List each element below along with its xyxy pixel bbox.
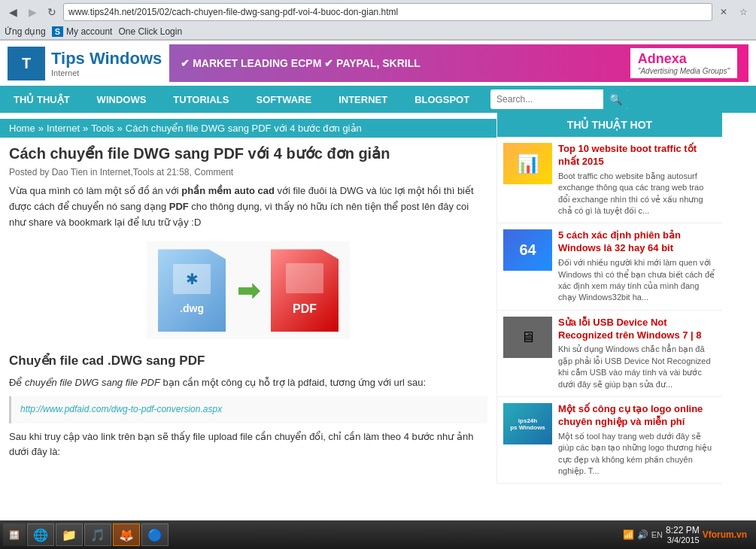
- breadcrumb-internet[interactable]: Internet: [47, 123, 80, 134]
- bookmark-myaccount[interactable]: S My account: [52, 26, 113, 37]
- body-p1-bold: phần mềm auto cad: [181, 185, 275, 196]
- nav-thu-thuat[interactable]: THỦ THUẬT: [0, 86, 83, 113]
- sidebar-info-2: Sửa lỗi USB Device Not Recognized trên W…: [558, 317, 716, 390]
- dwg-file-content: ✱: [173, 264, 211, 294]
- taskbar-tray: 📶 🔊 EN 8:22 PM 3/4/2015 Vforum.vn: [617, 525, 753, 544]
- breadcrumb-sep3: »: [117, 123, 123, 134]
- close-tab-button[interactable]: ✕: [715, 4, 732, 20]
- section-title: Chuyển file cad .DWG sang PDF: [9, 350, 487, 371]
- body-p2-start: Để: [9, 377, 25, 388]
- sidebar-info-1: 5 cách xác định phiên bản Windows là 32 …: [558, 229, 716, 303]
- sidebar-thumb-1: 64: [503, 229, 552, 271]
- logo-main-text: Tips Windows: [51, 49, 162, 68]
- bookmark-oneclicklogin[interactable]: One Click Login: [118, 26, 182, 37]
- logo-symbol: T: [22, 55, 31, 72]
- brand-name: Adnexa: [638, 51, 730, 67]
- browser-chrome: ◀ ▶ ↻ ✕ ☆ Ứng dụng S My account One Clic…: [0, 0, 756, 41]
- article-paragraph-3: Sau khi truy cập vào link trên bạn sẽ th…: [9, 429, 487, 461]
- pdf-file-content: [286, 263, 323, 293]
- sidebar-title-1: 5 cách xác định phiên bản Windows là 32 …: [558, 229, 716, 255]
- chart-thumbnail: 📊: [503, 143, 552, 184]
- sidebar-info-3: Một số công cụ tạo logo online chuyên ng…: [558, 403, 716, 477]
- body-p2-italic: chuyển file DWG sang file PDF: [25, 377, 160, 388]
- logo-text: Tips Windows Internet: [51, 49, 162, 77]
- taskbar-app-chrome[interactable]: 🔵: [141, 523, 169, 546]
- banner-text: ✔ MARKET LEADING ECPM ✔ PAYPAL, SKRILL: [181, 57, 421, 69]
- dwg-illustration: ✱ .dwg ➡ PDF: [147, 241, 350, 339]
- network-icon: 📶: [623, 529, 634, 540]
- sidebar-thumb-2: 🖥: [503, 317, 552, 358]
- taskbar: 🪟 🌐 📁 🎵 🦊 🔵 📶 🔊 EN 8:22 PM 3/4/2015 Vfor…: [0, 520, 756, 549]
- reload-button[interactable]: ↻: [44, 4, 60, 20]
- sidebar-item-3[interactable]: ips24hps Windows Một số công cụ tạo logo…: [497, 397, 722, 484]
- brand-tagline: "Advertising Media Groups": [638, 67, 730, 75]
- sidebar-desc-3: Một số tool hay trang web dưới đây sẽ gi…: [558, 431, 716, 478]
- sidebar-title-2: Sửa lỗi USB Device Not Recognized trên W…: [558, 317, 716, 342]
- skype-icon: S: [52, 26, 63, 37]
- breadcrumb-tools[interactable]: Tools: [91, 123, 114, 134]
- lang-indicator: EN: [651, 530, 663, 539]
- dwg-label: .dwg: [180, 300, 204, 317]
- forward-button[interactable]: ▶: [24, 4, 41, 20]
- pdf-file-icon: PDF: [271, 249, 339, 332]
- site-logo: T Tips Windows Internet: [8, 47, 162, 80]
- dwg-file-shape: ✱ .dwg: [158, 249, 226, 332]
- breadcrumb-home[interactable]: Home: [9, 123, 35, 134]
- sidebar-desc-1: Đối với nhiều người khi mới làm quen với…: [558, 257, 716, 304]
- nav-software[interactable]: SOFTWARE: [242, 86, 325, 113]
- taskbar-app-folder[interactable]: 📁: [56, 523, 83, 546]
- tray-time-display: 8:22 PM: [666, 525, 700, 535]
- search-input[interactable]: [490, 91, 603, 108]
- article-title: Cách chuyển file DWG sang PDF với 4 bước…: [9, 144, 487, 163]
- url-text: http://www.pdfaid.com/dwg-to-pdf-convers…: [20, 404, 222, 414]
- taskbar-app-explorer[interactable]: 🌐: [27, 523, 54, 546]
- sidebar-desc-0: Boot traffic cho website bằng autosurf e…: [558, 171, 716, 217]
- nav-blogspot[interactable]: BLOGSPOT: [401, 86, 483, 113]
- banner-brand: Adnexa "Advertising Media Groups": [630, 48, 737, 78]
- sidebar-desc-2: Khi sử dụng Windows chắc hẳn bạn đã gặp …: [558, 344, 716, 390]
- tray-clock: 8:22 PM 3/4/2015: [666, 525, 700, 544]
- tray-date-display: 3/4/2015: [666, 535, 700, 544]
- address-bar[interactable]: [63, 3, 712, 21]
- body-p1-bold2: PDF: [169, 201, 189, 212]
- usb-thumbnail: 🖥: [503, 317, 552, 358]
- nav-tutorials[interactable]: TUTORIALS: [159, 86, 242, 113]
- sidebar-item-0[interactable]: 📊 Top 10 website boot traffic tốt nhất 2…: [497, 137, 722, 223]
- pdf-label: PDF: [293, 299, 317, 319]
- banner[interactable]: ✔ MARKET LEADING ECPM ✔ PAYPAL, SKRILL A…: [169, 44, 748, 82]
- taskbar-app-media[interactable]: 🎵: [84, 523, 111, 546]
- hot-label: THỦ THUẬT HOT: [497, 113, 722, 137]
- sidebar-item-2[interactable]: 🖥 Sửa lỗi USB Device Not Recognized trên…: [497, 311, 722, 397]
- star-button[interactable]: ☆: [735, 4, 751, 20]
- logo-icon: T: [8, 47, 45, 80]
- main-layout: Home » Internet » Tools » Cách chuyển fi…: [0, 113, 756, 484]
- bookmark-label: Ứng dụng: [5, 26, 46, 37]
- start-button[interactable]: 🪟: [3, 523, 26, 546]
- site-header: T Tips Windows Internet ✔ MARKET LEADING…: [0, 41, 756, 86]
- article-paragraph-2: Để chuyển file DWG sang file PDF bạn cần…: [9, 375, 487, 391]
- breadcrumb-sep2: »: [83, 123, 88, 134]
- sidebar-title-3: Một số công cụ tạo logo online chuyên ng…: [558, 403, 716, 429]
- breadcrumb-current: Cách chuyển file DWG sang PDF với 4 bước…: [126, 123, 362, 134]
- search-button[interactable]: 🔍: [603, 89, 628, 109]
- nav-windows[interactable]: WINDOWS: [83, 86, 160, 113]
- bookmark-oneclicklogin-label: One Click Login: [118, 26, 182, 37]
- logo-thumbnail: ips24hps Windows: [503, 403, 552, 444]
- arrow-icon: ➡: [237, 269, 260, 313]
- page: T Tips Windows Internet ✔ MARKET LEADING…: [0, 41, 756, 528]
- article-image: ✱ .dwg ➡ PDF: [9, 241, 487, 339]
- back-button[interactable]: ◀: [5, 4, 21, 20]
- browser-toolbar: ◀ ▶ ↻ ✕ ☆: [0, 0, 756, 24]
- nav-internet[interactable]: INTERNET: [325, 86, 401, 113]
- nav-search-box: 🔍: [490, 89, 628, 109]
- sidebar-item-1[interactable]: 64 5 cách xác định phiên bản Windows là …: [497, 223, 722, 310]
- bookmark-apps[interactable]: Ứng dụng: [5, 26, 46, 37]
- article-body: Vừa qua mình có làm một số đồ án với phầ…: [9, 184, 487, 460]
- main-content: Home » Internet » Tools » Cách chuyển fi…: [0, 113, 496, 484]
- sidebar-info-0: Top 10 website boot traffic tốt nhất 201…: [558, 143, 716, 217]
- sidebar-thumb-3: ips24hps Windows: [503, 403, 552, 444]
- url-box[interactable]: http://www.pdfaid.com/dwg-to-pdf-convers…: [9, 396, 487, 423]
- 64-thumbnail: 64: [503, 229, 552, 271]
- taskbar-app-firefox[interactable]: 🦊: [113, 523, 140, 546]
- breadcrumb: Home » Internet » Tools » Cách chuyển fi…: [0, 119, 496, 138]
